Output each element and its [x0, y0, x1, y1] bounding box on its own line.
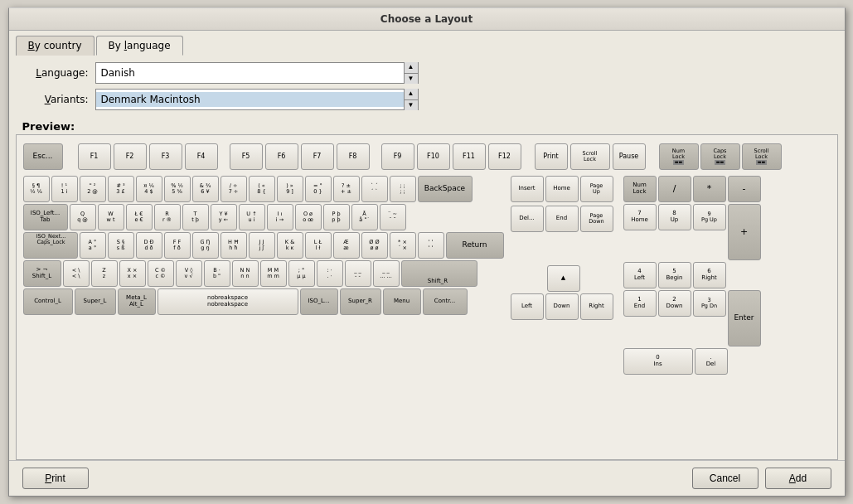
language-select[interactable]: Danish ▲ ▼	[95, 62, 419, 84]
key-6[interactable]: & ¾6 ¥	[192, 176, 219, 202]
add-button[interactable]: Add	[765, 468, 831, 489]
key-esc[interactable]: Esc...	[23, 143, 63, 170]
key-num-plus[interactable]: +	[728, 204, 761, 260]
key-q[interactable]: Qq @	[70, 204, 96, 230]
key-tab[interactable]: ISO_Left...Tab	[23, 204, 68, 230]
key-f[interactable]: F Ff ð	[164, 232, 191, 259]
key-delete[interactable]: Del...	[511, 206, 544, 232]
key-o[interactable]: O øo œ	[295, 204, 322, 230]
key-num-lock[interactable]: NumLock▬▬	[659, 143, 699, 170]
key-aa[interactable]: Åå "˙	[351, 204, 378, 230]
key-j[interactable]: J Jj ʃ	[249, 232, 275, 259]
key-nobreakspace[interactable]: nobreakspacenobreakspace	[158, 288, 298, 315]
key-super-l[interactable]: Super_L	[75, 288, 116, 315]
key-right[interactable]: Right	[580, 293, 613, 320]
key-v[interactable]: V ◊v √	[176, 260, 202, 287]
key-return[interactable]: Return	[446, 232, 504, 259]
key-p[interactable]: P þp þ	[323, 204, 350, 230]
key-f2[interactable]: F2	[114, 143, 147, 170]
key-ae[interactable]: Ææ	[333, 232, 360, 259]
key-down[interactable]: Down	[545, 293, 579, 320]
key-n[interactable]: N Nn n	[232, 260, 259, 287]
key-iso-next[interactable]: ISO_Next...Caps_Lock	[23, 232, 78, 259]
key-backspace[interactable]: BackSpace	[418, 176, 473, 202]
key-m[interactable]: M Mm m	[260, 260, 287, 287]
key-backtick[interactable]: § ¶½ ¼	[23, 176, 50, 202]
key-num-8[interactable]: 8Up	[658, 204, 691, 230]
key-left[interactable]: Left	[511, 293, 544, 320]
key-z[interactable]: Zz	[91, 260, 118, 287]
key-num-0[interactable]: 0Ins	[623, 348, 693, 375]
key-num-2[interactable]: 2Down	[658, 290, 691, 317]
key-i[interactable]: I ıi →	[267, 204, 293, 230]
key-t[interactable]: Tt þ	[182, 204, 209, 230]
key-ctrl-l[interactable]: Control_L	[23, 288, 73, 315]
key-w[interactable]: Ww t	[98, 204, 124, 230]
key-iso-lt[interactable]: < \< \	[63, 260, 90, 287]
key-5[interactable]: % ½5 ⅝	[164, 176, 191, 202]
language-spin-up[interactable]: ▲	[405, 62, 418, 74]
key-menu[interactable]: Menu	[383, 288, 421, 315]
key-up[interactable]: ▲	[547, 265, 580, 292]
key-u[interactable]: U ↑u i	[239, 204, 265, 230]
key-print[interactable]: Print	[535, 143, 568, 170]
cancel-button[interactable]: Cancel	[692, 468, 758, 489]
key-comma[interactable]: ; °μ μ	[288, 260, 315, 287]
key-x[interactable]: X ×x ×	[119, 260, 146, 287]
key-f7[interactable]: F7	[301, 143, 334, 170]
key-minus[interactable]: _ _- -	[345, 260, 371, 287]
variants-spin-down[interactable]: ▼	[405, 100, 418, 111]
key-end[interactable]: End	[545, 206, 579, 232]
key-f11[interactable]: F11	[453, 143, 486, 170]
key-7[interactable]: / ÷7 ÷	[221, 176, 247, 202]
key-f8[interactable]: F8	[337, 143, 370, 170]
print-button[interactable]: Print	[22, 468, 89, 489]
key-num-7[interactable]: 7Home	[623, 204, 657, 230]
key-f12[interactable]: F12	[488, 143, 521, 170]
key-page-up[interactable]: PageUp	[580, 176, 613, 202]
key-h[interactable]: H Ħh ħ	[221, 232, 247, 259]
key-1[interactable]: ! ¹1 i	[51, 176, 78, 202]
key-num-9[interactable]: 9Pg Up	[693, 204, 726, 230]
key-f10[interactable]: F10	[417, 143, 450, 170]
key-insert[interactable]: Insert	[511, 176, 544, 202]
key-diaeresis[interactable]: ¨ ~¨ ˜	[380, 204, 406, 230]
key-num-del[interactable]: .Del	[695, 348, 728, 375]
key-super-r[interactable]: Super_R	[340, 288, 381, 315]
key-shift-l[interactable]: > ¬Shift_L	[23, 260, 61, 287]
key-meta-l[interactable]: Meta_LAlt_L	[118, 288, 156, 315]
key-f4[interactable]: F4	[185, 143, 218, 170]
key-b[interactable]: B ·b "	[204, 260, 230, 287]
key-num-lock2[interactable]: NumLock	[623, 176, 657, 202]
key-num-star[interactable]: *	[693, 176, 726, 202]
key-2[interactable]: " ²2 @	[80, 176, 106, 202]
key-f6[interactable]: F6	[265, 143, 298, 170]
key-num-1[interactable]: 1End	[623, 290, 657, 317]
key-s[interactable]: S §s ß	[108, 232, 134, 259]
key-num-minus[interactable]: -	[728, 176, 761, 202]
key-f1[interactable]: F1	[78, 143, 111, 170]
key-d[interactable]: D Ðd ð	[136, 232, 162, 259]
key-pause[interactable]: Pause	[613, 143, 646, 170]
key-f9[interactable]: F9	[381, 143, 414, 170]
key-num-4[interactable]: 4Left	[623, 262, 657, 288]
key-caps-lock-ind[interactable]: CapsLock▬▬	[700, 143, 740, 170]
key-underscore[interactable]: _ _... ...	[373, 260, 400, 287]
key-iso-level3[interactable]: ISO_L...	[300, 288, 338, 315]
key-shift-r[interactable]: Shift_R	[401, 260, 477, 287]
key-period[interactable]: : ·. ·	[317, 260, 343, 287]
key-r[interactable]: Rr ®	[154, 204, 181, 230]
tab-by-language[interactable]: By language	[96, 36, 183, 56]
key-asterisk[interactable]: * ×´ ×	[390, 232, 416, 259]
key-num-enter[interactable]: Enter	[728, 290, 761, 346]
key-l[interactable]: L Łl ł	[305, 232, 332, 259]
key-f5[interactable]: F5	[230, 143, 263, 170]
key-8[interactable]: ( «8 {	[249, 176, 275, 202]
tab-by-country[interactable]: By country	[16, 36, 95, 56]
key-g[interactable]: G Ŋg ŋ	[192, 232, 219, 259]
key-c[interactable]: C ©c ©	[148, 260, 174, 287]
language-spin-down[interactable]: ▼	[405, 74, 418, 85]
key-k[interactable]: K &k ĸ	[277, 232, 303, 259]
key-scroll-lock[interactable]: ScrollLock	[570, 143, 610, 170]
key-quote[interactable]: ' '' '	[418, 232, 444, 259]
